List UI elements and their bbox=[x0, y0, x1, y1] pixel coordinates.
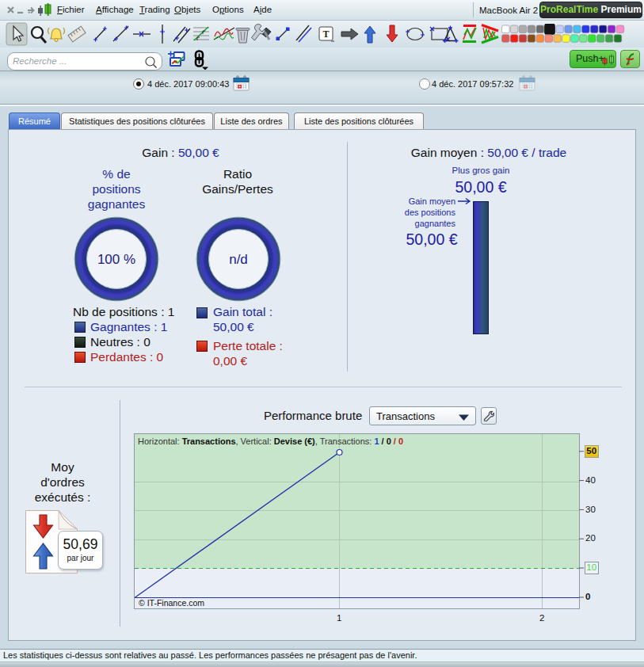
svg-text:T: T bbox=[322, 29, 329, 40]
svg-text:100 %: 100 % bbox=[97, 252, 135, 267]
svg-text:n/d: n/d bbox=[229, 252, 248, 267]
